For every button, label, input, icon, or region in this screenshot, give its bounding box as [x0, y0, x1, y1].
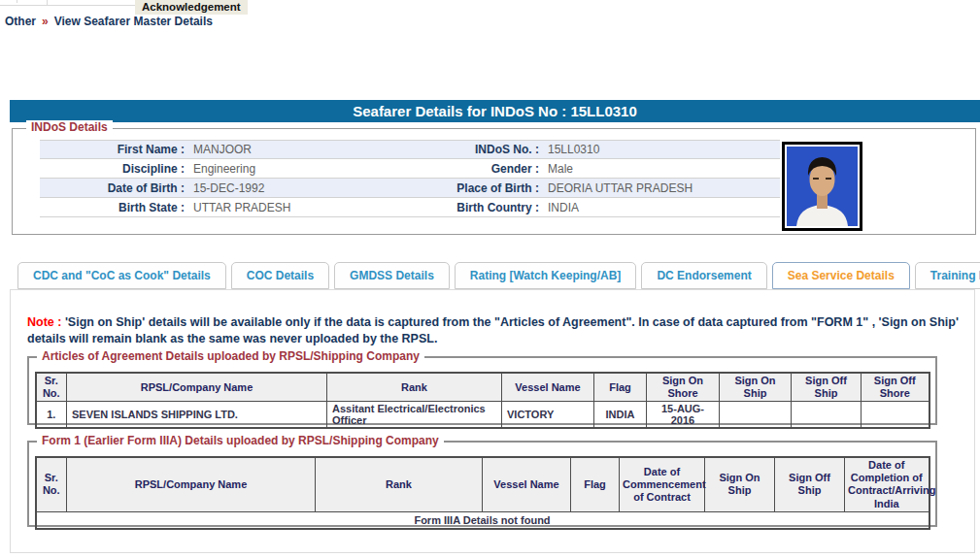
tab-rating-watch-keeping[interactable]: Rating [Watch Keeping/AB] [455, 262, 637, 289]
col-date-completion: Date of Completion of Contract/Arriving … [845, 457, 929, 511]
form1-header-row: Sr. No. RPSL/Company Name Rank Vessel Na… [36, 457, 929, 511]
gender-value: Male [548, 162, 780, 176]
dob-label: Date of Birth : [40, 181, 193, 195]
cell-rank: Assitant Electrical/Electronics Officer [327, 402, 502, 429]
first-name-label: First Name : [40, 143, 193, 156]
dob-value: 15-DEC-1992 [193, 181, 412, 195]
breadcrumb-section[interactable]: Other [5, 15, 36, 28]
menu-border-remnant [0, 5, 135, 6]
tab-bar: CDC and "CoC as Cook" Details COC Detail… [17, 262, 980, 289]
note-prefix: Note : [27, 315, 65, 329]
tab-gmdss-details[interactable]: GMDSS Details [334, 262, 450, 289]
gender-label: Gender : [412, 162, 548, 176]
col-rank: Rank [327, 373, 502, 402]
form1-table: Sr. No. RPSL/Company Name Rank Vessel Na… [35, 456, 930, 530]
col-sign-off-ship: Sign Off Ship [775, 457, 845, 511]
col-sign-on-ship: Sign On Ship [720, 373, 792, 402]
col-sr-no: Sr. No. [36, 457, 67, 511]
indos-no-value: 15LL0310 [548, 143, 780, 156]
col-vessel: Vessel Name [483, 457, 571, 511]
tab-training-details[interactable]: Training Details [915, 262, 980, 289]
page-root: Acknowledgement Other»View Seafarer Mast… [0, 0, 980, 558]
cell-company: SEVEN ISLANDS SHIPPING LTD. [67, 402, 327, 429]
indos-no-label: INDoS No. : [412, 143, 548, 156]
col-company: RPSL/Company Name [67, 457, 316, 511]
discipline-value: Engineering [193, 162, 412, 176]
cell-sign-off-shore [862, 402, 929, 429]
articles-legend: Articles of Agreement Details uploaded b… [37, 349, 424, 363]
col-sign-off-ship: Sign Off Ship [792, 373, 862, 402]
form1-empty-row: Form IIIA Details not found [36, 511, 929, 529]
col-sign-on-ship: Sign On Ship [705, 457, 775, 511]
cell-sign-on-shore: 15-AUG-2016 [647, 402, 720, 429]
indos-row: Date of Birth : 15-DEC-1992 Place of Bir… [40, 179, 780, 198]
cell-sign-on-ship [720, 402, 792, 429]
articles-fieldset: Articles of Agreement Details uploaded b… [27, 356, 937, 425]
note-text: Note : 'Sign on Ship' details will be av… [27, 314, 962, 348]
articles-data-row: 1. SEVEN ISLANDS SHIPPING LTD. Assitant … [36, 402, 929, 429]
articles-header-row: Sr. No. RPSL/Company Name Rank Vessel Na… [36, 373, 929, 402]
tab-cdc-coc-cook[interactable]: CDC and "CoC as Cook" Details [17, 262, 226, 289]
menu-border-remnant [47, 0, 48, 5]
breadcrumb: Other»View Seafarer Master Details [5, 15, 213, 28]
breadcrumb-separator: » [36, 15, 54, 28]
col-sign-on-shore: Sign On Shore [647, 373, 720, 402]
tab-dc-endorsement[interactable]: DC Endorsement [641, 262, 766, 289]
tab-coc-details[interactable]: COC Details [231, 262, 329, 289]
indos-row: Discipline : Engineering Gender : Male [40, 159, 780, 179]
birth-state-value: UTTAR PRADESH [193, 201, 412, 214]
page-title: Seafarer Details for INDoS No : 15LL0310 [10, 100, 980, 122]
place-of-birth-label: Place of Birth : [412, 181, 548, 195]
col-flag: Flag [571, 457, 620, 511]
place-of-birth-value: DEORIA UTTAR PRADESH [548, 181, 780, 195]
tab-sea-service-details[interactable]: Sea Service Details [772, 262, 910, 289]
cell-flag: INDIA [594, 402, 647, 429]
cell-sr-no: 1. [36, 402, 67, 429]
form1-empty-message: Form IIIA Details not found [36, 511, 929, 529]
form1-legend: Form 1 (Earlier Form IIIA) Details uploa… [37, 434, 444, 447]
breadcrumb-page: View Seafarer Master Details [54, 15, 213, 28]
cell-vessel: VICTORY [502, 402, 594, 429]
col-sr-no: Sr. No. [36, 373, 67, 402]
col-date-commencement: Date of Commencement of Contract [620, 457, 705, 511]
discipline-label: Discipline : [40, 162, 193, 176]
indos-row: First Name : MANJOOR INDoS No. : 15LL031… [40, 140, 780, 159]
indos-details-legend: INDoS Details [26, 120, 113, 134]
seafarer-photo-image [787, 147, 858, 226]
indos-details-grid: First Name : MANJOOR INDoS No. : 15LL031… [40, 140, 780, 217]
cell-sign-off-ship [792, 402, 862, 429]
col-sign-off-shore: Sign Off Shore [862, 373, 929, 402]
menu-border-remnant [17, 0, 17, 3]
form1-fieldset: Form 1 (Earlier Form IIIA) Details uploa… [27, 441, 937, 527]
note-body: 'Sign on Ship' details will be available… [27, 315, 959, 345]
menu-item-acknowledgement[interactable]: Acknowledgement [135, 0, 248, 15]
first-name-value: MANJOOR [193, 143, 412, 156]
col-rank: Rank [316, 457, 483, 511]
seafarer-photo [782, 142, 862, 231]
col-vessel: Vessel Name [502, 373, 594, 402]
indos-row: Birth State : UTTAR PRADESH Birth Countr… [40, 198, 780, 217]
col-flag: Flag [594, 373, 647, 402]
birth-country-value: INDIA [548, 201, 780, 214]
col-company: RPSL/Company Name [67, 373, 327, 402]
birth-country-label: Birth Country : [412, 201, 548, 214]
articles-table: Sr. No. RPSL/Company Name Rank Vessel Na… [35, 372, 930, 429]
birth-state-label: Birth State : [40, 201, 193, 214]
